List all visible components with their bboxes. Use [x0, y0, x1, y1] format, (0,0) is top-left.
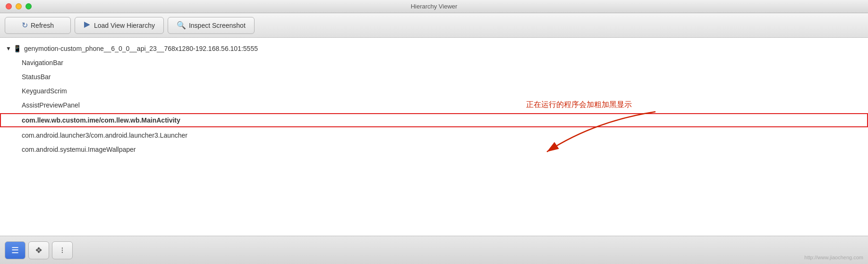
inspect-screenshot-label: Inspect Screenshot: [189, 22, 246, 29]
tree-view-icon: ❖: [35, 245, 43, 256]
watermark: http://www.jiaocheng.com: [804, 255, 863, 260]
tree-item-imagewallpaper[interactable]: com.android.systemui.ImageWallpaper: [0, 142, 868, 157]
maximize-button[interactable]: [26, 3, 32, 9]
list-view-button[interactable]: ☰: [5, 241, 26, 259]
item-label-assistpreview: AssistPreviewPanel: [22, 101, 80, 109]
tree-item-navigationbar[interactable]: NavigationBar: [0, 56, 868, 70]
load-hierarchy-button[interactable]: ⯈ Load View Hierarchy: [75, 17, 164, 34]
tree-item-mainactivity[interactable]: com.llew.wb.custom.ime/com.llew.wb.MainA…: [0, 113, 868, 127]
inspect-screenshot-button[interactable]: 🔍 Inspect Screenshot: [168, 17, 255, 34]
tree-item-statusbar[interactable]: StatusBar: [0, 70, 868, 84]
item-label-launcher: com.android.launcher3/com.android.launch…: [22, 132, 187, 139]
toolbar: ↻ Refresh ⯈ Load View Hierarchy 🔍 Inspec…: [0, 13, 868, 38]
minimize-button[interactable]: [16, 3, 22, 9]
tree-item-launcher[interactable]: com.android.launcher3/com.android.launch…: [0, 128, 868, 142]
refresh-label: Refresh: [31, 22, 54, 29]
grid-view-icon: ⁝: [61, 245, 64, 256]
content-wrapper: ▼ 📱 genymotion-custom_phone__6_0_0__api_…: [0, 38, 868, 160]
window-controls: [6, 3, 32, 9]
grid-view-button[interactable]: ⁝: [52, 241, 73, 259]
device-icon: 📱: [13, 45, 21, 52]
tree-view-button[interactable]: ❖: [28, 241, 49, 259]
tree-root-item[interactable]: ▼ 📱 genymotion-custom_phone__6_0_0__api_…: [0, 41, 868, 56]
expand-arrow: ▼: [6, 45, 11, 52]
tree-item-keyguard[interactable]: KeyguardScrim: [0, 84, 868, 98]
title-bar: Hierarchy Viewer: [0, 0, 868, 13]
tree-list: ▼ 📱 genymotion-custom_phone__6_0_0__api_…: [0, 38, 868, 160]
bottom-toolbar: ☰ ❖ ⁝ http://www.jiaocheng.com: [0, 236, 868, 264]
item-label-keyguard: KeyguardScrim: [22, 87, 67, 95]
main-content: ▼ 📱 genymotion-custom_phone__6_0_0__api_…: [0, 38, 868, 236]
tree-children: NavigationBar StatusBar KeyguardScrim As…: [0, 56, 868, 157]
item-label-navigationbar: NavigationBar: [22, 59, 63, 66]
item-label-mainactivity: com.llew.wb.custom.ime/com.llew.wb.MainA…: [22, 116, 180, 124]
tree-item-assistpreview[interactable]: AssistPreviewPanel: [0, 98, 868, 112]
item-label-statusbar: StatusBar: [22, 73, 51, 81]
load-hierarchy-label: Load View Hierarchy: [94, 22, 155, 29]
refresh-button[interactable]: ↻ Refresh: [5, 17, 71, 34]
refresh-icon: ↻: [22, 21, 28, 30]
list-view-icon: ☰: [11, 245, 19, 256]
item-label-imagewallpaper: com.android.systemui.ImageWallpaper: [22, 146, 136, 153]
window-title: Hierarchy Viewer: [411, 3, 458, 10]
close-button[interactable]: [6, 3, 12, 9]
annotation-arrow: [509, 107, 660, 159]
root-item-label: genymotion-custom_phone__6_0_0__api_23__…: [24, 45, 258, 52]
hierarchy-icon: ⯈: [84, 21, 91, 30]
magnifier-icon: 🔍: [177, 21, 186, 30]
